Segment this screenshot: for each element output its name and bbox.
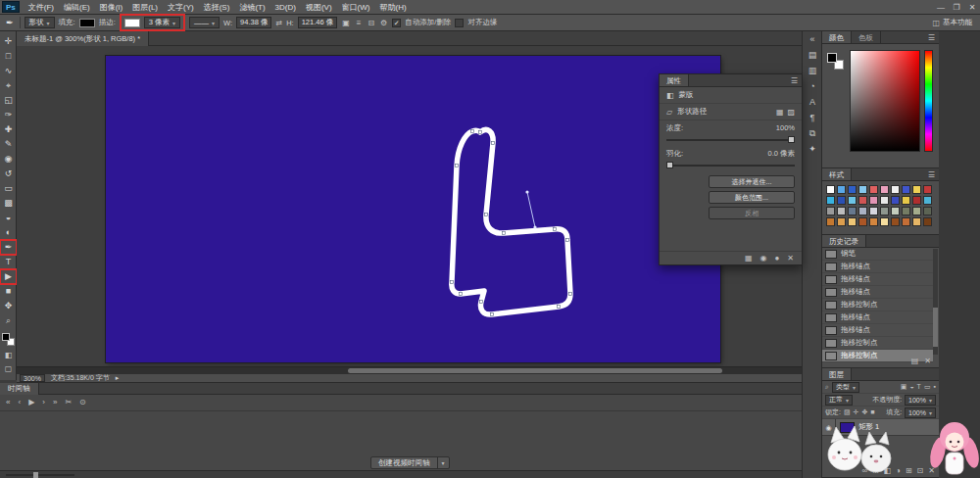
history-state-3[interactable]: 拖移锚点 xyxy=(822,273,933,286)
blend-mode-select[interactable]: 正常▾ xyxy=(825,395,853,406)
style-swatch-35[interactable] xyxy=(869,217,878,226)
history-state-5[interactable]: 拖移控制点 xyxy=(822,299,933,311)
delete-mask-icon[interactable]: ✕ xyxy=(787,254,794,263)
feather-value[interactable]: 0.0 像素 xyxy=(767,149,795,159)
timeline-zoom-knob[interactable] xyxy=(33,472,38,478)
workspace-switcher[interactable]: ◫ 基本功能 xyxy=(932,18,976,27)
style-swatch-29[interactable] xyxy=(912,207,921,215)
timeline-zoom-slider[interactable] xyxy=(6,474,74,476)
menu-item-3[interactable]: 图像(I) xyxy=(95,3,128,12)
info-panel-icon[interactable]: ◔ xyxy=(803,78,822,94)
history-state-2[interactable]: 拖移锚点 xyxy=(822,261,933,273)
play-icon[interactable]: ▶ xyxy=(28,398,34,406)
tab-layers[interactable]: 图层 xyxy=(822,368,852,380)
history-state-8[interactable]: 拖移控制点 xyxy=(822,337,933,350)
layer-name[interactable]: 矩形 1 xyxy=(858,422,879,432)
horizontal-scrollbar[interactable] xyxy=(17,366,802,374)
app-logo[interactable]: Ps xyxy=(2,1,20,13)
style-swatch-27[interactable] xyxy=(891,207,900,215)
delete-layer-icon[interactable]: ✕ xyxy=(928,466,935,475)
lock-position-icon[interactable]: ✥ xyxy=(861,408,867,416)
menu-item-11[interactable]: 帮助(H) xyxy=(375,3,412,12)
color-swatches[interactable] xyxy=(2,333,16,347)
style-swatch-11[interactable] xyxy=(826,196,835,205)
stroke-color-swatch[interactable] xyxy=(124,19,140,27)
style-swatch-25[interactable] xyxy=(869,207,878,215)
close-button[interactable]: ✕ xyxy=(964,0,980,15)
style-swatch-37[interactable] xyxy=(891,217,900,226)
style-swatch-36[interactable] xyxy=(880,217,889,226)
filter-shape-layers-icon[interactable]: ▭ xyxy=(924,383,931,391)
style-swatch-17[interactable] xyxy=(891,196,900,205)
adjustment-layer-icon[interactable]: ◑ xyxy=(896,466,901,475)
delete-state-icon[interactable]: ✕ xyxy=(924,357,931,365)
split-clip-icon[interactable]: ✂ xyxy=(65,398,72,406)
link-layers-icon[interactable]: ∞ xyxy=(862,466,868,475)
fill-field[interactable]: 100%▾ xyxy=(905,407,936,418)
style-swatch-12[interactable] xyxy=(837,196,846,205)
slider-knob[interactable] xyxy=(666,162,673,168)
style-swatch-32[interactable] xyxy=(837,217,846,226)
slider-knob[interactable] xyxy=(788,136,795,143)
layer-style-icon[interactable]: fx xyxy=(872,466,878,475)
adjust-button-1[interactable]: 选择并遮住... xyxy=(709,175,795,188)
zoom-tool[interactable]: ⌕ xyxy=(0,313,17,328)
next-frame-icon[interactable]: › xyxy=(42,398,45,406)
style-swatch-19[interactable] xyxy=(912,196,921,205)
style-swatch-21[interactable] xyxy=(826,207,835,215)
style-swatch-3[interactable] xyxy=(848,185,857,194)
minimize-button[interactable]: — xyxy=(933,0,949,15)
fill-color-swatch[interactable] xyxy=(79,19,95,27)
brush-tool[interactable]: ✎ xyxy=(0,137,17,152)
style-swatch-28[interactable] xyxy=(902,207,910,215)
style-swatch-34[interactable] xyxy=(858,217,867,226)
foreground-color-swatch[interactable] xyxy=(827,53,837,63)
panel-menu-icon[interactable]: ☰ xyxy=(787,74,802,86)
style-swatch-39[interactable] xyxy=(912,217,921,226)
new-layer-icon[interactable]: ⊡ xyxy=(917,466,924,475)
tab-history[interactable]: 历史记录 xyxy=(822,235,866,247)
style-swatch-31[interactable] xyxy=(826,217,835,226)
style-swatch-7[interactable] xyxy=(891,185,900,194)
lasso-tool[interactable]: ∿ xyxy=(0,64,17,78)
histogram-panel-icon[interactable]: ▥ xyxy=(803,63,822,78)
path-selection-tool[interactable]: ▶ xyxy=(0,269,17,284)
toggle-mask-icon[interactable]: ● xyxy=(774,254,779,263)
panel-menu-icon[interactable]: ☰ xyxy=(924,31,939,43)
style-swatch-30[interactable] xyxy=(923,207,932,215)
style-swatch-10[interactable] xyxy=(923,185,932,194)
style-swatch-22[interactable] xyxy=(837,207,846,215)
align-edges-checkbox[interactable] xyxy=(455,19,464,27)
clone-source-panel-icon[interactable]: ⧉ xyxy=(803,125,822,141)
status-arrow-icon[interactable]: ▸ xyxy=(116,374,120,382)
style-swatch-6[interactable] xyxy=(880,185,889,194)
hand-tool[interactable]: ✥ xyxy=(0,299,17,313)
style-swatch-15[interactable] xyxy=(869,196,878,205)
collapse-panels-icon[interactable]: « xyxy=(803,31,822,47)
style-swatch-33[interactable] xyxy=(848,217,857,226)
crop-tool[interactable]: ◱ xyxy=(0,93,17,108)
width-field[interactable]: 94.38 像 xyxy=(236,17,271,28)
hue-slider[interactable] xyxy=(924,50,933,152)
eraser-tool[interactable]: ▭ xyxy=(0,181,17,196)
opacity-field[interactable]: 100%▾ xyxy=(905,395,936,406)
menu-item-8[interactable]: 3D(D) xyxy=(270,3,301,12)
style-swatch-38[interactable] xyxy=(902,217,910,226)
new-group-icon[interactable]: ⊞ xyxy=(906,466,912,475)
height-field[interactable]: 121.46 像 xyxy=(298,17,338,28)
stroke-style-select[interactable]: ——▾ xyxy=(189,17,220,28)
style-swatch-14[interactable] xyxy=(858,196,867,205)
pen-tool[interactable]: ✒ xyxy=(0,240,17,255)
character-panel-icon[interactable]: A xyxy=(803,94,822,110)
transition-icon[interactable]: ⊙ xyxy=(79,398,86,406)
density-value[interactable]: 100% xyxy=(776,123,795,133)
filter-adjustment-layers-icon[interactable]: ◒ xyxy=(909,383,913,391)
stroke-width-select[interactable]: 3 像素▾ xyxy=(144,17,180,28)
style-swatch-24[interactable] xyxy=(858,207,867,215)
lock-transparency-icon[interactable]: ▨ xyxy=(844,408,851,416)
scrollbar-thumb[interactable] xyxy=(348,368,722,373)
go-last-frame-icon[interactable]: » xyxy=(53,398,57,406)
path-alignment-icon[interactable]: ≡ xyxy=(356,19,363,27)
density-slider[interactable] xyxy=(666,139,795,141)
menu-item-4[interactable]: 图层(L) xyxy=(127,3,163,12)
